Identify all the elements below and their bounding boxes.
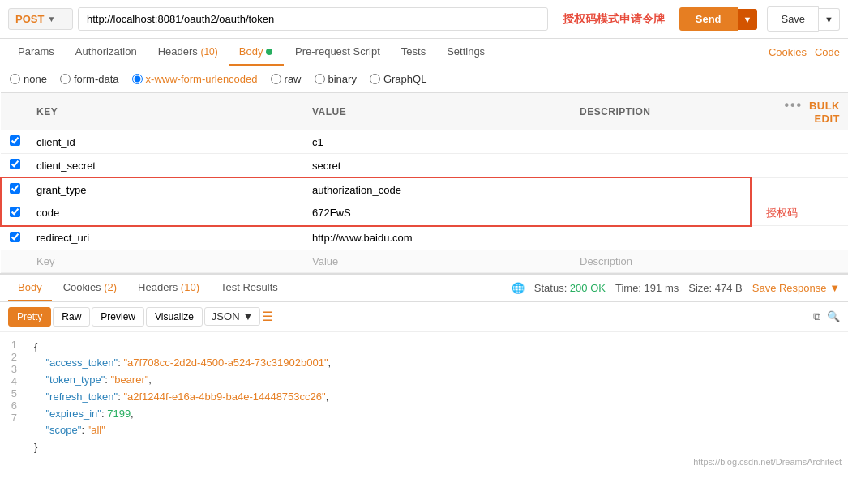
empty-checkbox-cell: [1, 250, 28, 272]
row-actions-cell: [751, 177, 848, 201]
save-response-button[interactable]: Save Response ▼: [752, 282, 840, 294]
format-arrow-icon: ▼: [243, 310, 254, 322]
radio-none[interactable]: none: [10, 73, 47, 85]
tab-settings[interactable]: Settings: [437, 39, 495, 66]
save-button-group: Save ▼: [767, 6, 840, 32]
row-key-cell[interactable]: [28, 130, 304, 154]
copy-icon[interactable]: ⧉: [813, 310, 820, 323]
row-desc-cell[interactable]: [572, 201, 751, 226]
code-line-2: "access_token": "a7f708cc-2d2d-4500-a524…: [34, 355, 838, 372]
radio-urlencoded[interactable]: x-www-form-urlencoded: [132, 73, 258, 85]
nav-right: Cookies Code: [769, 46, 840, 58]
watermark: https://blog.csdn.net/DreamsArchitect: [693, 457, 842, 467]
code-area: 1 2 3 4 5 6 7 { "access_token": "a7f708c…: [0, 332, 848, 470]
three-dots-icon[interactable]: •••: [784, 98, 803, 112]
cookies-badge: (2): [104, 281, 117, 293]
row-value-cell[interactable]: [304, 130, 572, 154]
radio-graphql[interactable]: GraphQL: [370, 73, 426, 85]
params-table-container: KEY VALUE DESCRIPTION ••• Bulk Edit: [0, 92, 848, 273]
col-actions: ••• Bulk Edit: [751, 93, 848, 130]
tab-prerequest[interactable]: Pre-request Script: [285, 39, 390, 66]
body-dot: [266, 45, 274, 58]
preview-button[interactable]: Preview: [92, 307, 144, 327]
row-checkbox-cell[interactable]: [1, 130, 28, 154]
row-checkbox-cell[interactable]: [1, 201, 28, 226]
search-icon[interactable]: 🔍: [827, 310, 840, 323]
radio-raw[interactable]: raw: [271, 73, 302, 85]
tab-authorization[interactable]: Authorization: [66, 39, 147, 66]
row-value-cell[interactable]: [304, 154, 572, 178]
bottom-tab-body[interactable]: Body: [8, 275, 52, 301]
cookies-link[interactable]: Cookies: [769, 46, 807, 58]
headers-badge: (10): [200, 46, 217, 58]
bottom-tab-test-results[interactable]: Test Results: [211, 275, 288, 301]
row-value-cell[interactable]: [304, 201, 572, 226]
raw-button[interactable]: Raw: [53, 307, 90, 327]
status-value: 200 OK: [570, 282, 606, 294]
response-info: 🌐 Status: 200 OK Time: 191 ms Size: 474 …: [512, 282, 840, 294]
bottom-tab-cookies[interactable]: Cookies (2): [54, 275, 126, 301]
table-row: [1, 154, 848, 178]
radio-binary[interactable]: binary: [315, 73, 357, 85]
code-right-icons: ⧉ 🔍: [813, 310, 840, 323]
table-row: 授权码: [1, 201, 848, 226]
method-label: POST: [15, 13, 44, 25]
send-button-group: Send ▼: [679, 7, 758, 31]
row-desc-cell[interactable]: [572, 154, 751, 178]
code-line-6: "scope": "all": [34, 422, 838, 439]
code-toolbar: Pretty Raw Preview Visualize JSON ▼ ☰ ⧉ …: [0, 302, 848, 332]
url-input[interactable]: [78, 7, 548, 31]
status-label: Status: 200 OK: [534, 282, 606, 294]
bottom-tabs: Body Cookies (2) Headers (10) Test Resul…: [0, 275, 848, 302]
col-value: VALUE: [304, 93, 572, 130]
table-row: [1, 177, 848, 201]
row-checkbox-cell[interactable]: [1, 154, 28, 178]
empty-actions-cell: [751, 250, 848, 272]
empty-value-cell[interactable]: [304, 250, 572, 272]
radio-form-data[interactable]: form-data: [60, 73, 119, 85]
bottom-tab-headers[interactable]: Headers (10): [128, 275, 209, 301]
send-dropdown-button[interactable]: ▼: [738, 9, 758, 30]
row-checkbox-cell[interactable]: [1, 226, 28, 250]
body-type-bar: none form-data x-www-form-urlencoded raw…: [0, 66, 848, 92]
format-label: JSON: [212, 310, 240, 322]
row-desc-cell[interactable]: [572, 130, 751, 154]
code-lines: { "access_token": "a7f708cc-2d2d-4500-a5…: [24, 339, 848, 457]
col-desc: DESCRIPTION: [572, 93, 751, 130]
method-select[interactable]: POST ▼: [8, 8, 73, 30]
row-key-cell[interactable]: [28, 226, 304, 250]
empty-desc-cell[interactable]: [572, 250, 751, 272]
row-checkbox-cell[interactable]: [1, 177, 28, 201]
send-button[interactable]: Send: [679, 7, 738, 31]
format-icon[interactable]: ☰: [262, 309, 273, 324]
save-button[interactable]: Save: [767, 6, 819, 32]
row-value-cell[interactable]: [304, 226, 572, 250]
empty-key-cell[interactable]: [28, 250, 304, 272]
row-actions-cell: [751, 226, 848, 250]
line-numbers: 1 2 3 4 5 6 7: [0, 339, 24, 457]
bottom-section: Body Cookies (2) Headers (10) Test Resul…: [0, 273, 848, 470]
tab-tests[interactable]: Tests: [392, 39, 435, 66]
code-line-1: {: [34, 339, 838, 356]
tab-body[interactable]: Body: [229, 39, 284, 66]
row-key-cell[interactable]: [28, 177, 304, 201]
code-link[interactable]: Code: [815, 46, 840, 58]
row-key-cell[interactable]: [28, 201, 304, 226]
tab-params[interactable]: Params: [8, 39, 64, 66]
row-value-cell[interactable]: [304, 177, 572, 201]
params-table: KEY VALUE DESCRIPTION ••• Bulk Edit: [0, 92, 848, 273]
pretty-button[interactable]: Pretty: [8, 307, 51, 327]
table-row: [1, 226, 848, 250]
format-select[interactable]: JSON ▼: [204, 307, 261, 326]
bulk-edit-btn[interactable]: Bulk Edit: [809, 100, 840, 125]
globe-icon: 🌐: [512, 282, 525, 294]
save-dropdown-button[interactable]: ▼: [819, 8, 840, 31]
tab-headers[interactable]: Headers (10): [148, 39, 228, 66]
row-key-cell[interactable]: [28, 154, 304, 178]
nav-tabs: Params Authorization Headers (10) Body P…: [0, 39, 848, 66]
row-desc-cell[interactable]: [572, 177, 751, 201]
code-line-3: "token_type": "bearer",: [34, 372, 838, 389]
row-desc-cell[interactable]: [572, 226, 751, 250]
visualize-button[interactable]: Visualize: [146, 307, 203, 327]
code-line-4: "refresh_token": "a2f1244f-e16a-4bb9-ba4…: [34, 389, 838, 406]
